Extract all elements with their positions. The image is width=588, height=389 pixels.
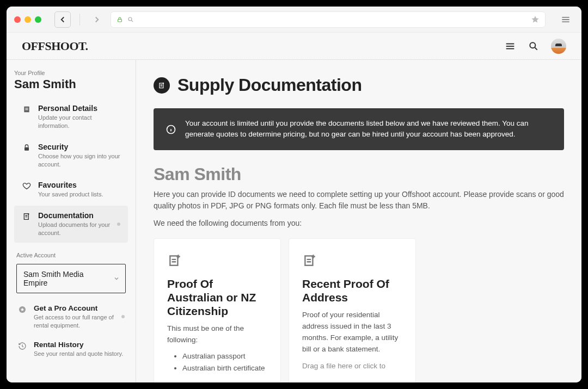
sidebar-item-sub: Update your contact information. [38, 114, 120, 130]
forward-button[interactable] [89, 11, 105, 28]
sidebar: Your Profile Sam Smith Personal Details … [7, 60, 136, 382]
sidebar-item-sub: See your rental and quote history. [34, 350, 125, 358]
document-add-icon [302, 253, 402, 267]
sidebar-item-favourites[interactable]: Favourites Your saved product lists. [14, 175, 128, 204]
menu-icon[interactable] [504, 40, 516, 52]
app-logo[interactable]: OFFSHOOT. [22, 39, 88, 53]
svg-rect-8 [160, 83, 163, 88]
alert-text: Your account is limited until you provid… [185, 118, 552, 140]
bookmark-star-icon[interactable] [531, 15, 540, 24]
sidebar-item-personal-details[interactable]: Personal Details Update your contact inf… [14, 98, 128, 135]
page-title-row: Supply Documentation [154, 75, 564, 95]
history-icon [17, 342, 27, 350]
sidebar-item-sub: Your saved product lists. [38, 190, 120, 199]
browser-chrome [7, 7, 581, 33]
svg-rect-3 [25, 108, 28, 108]
list-item: Australian birth certificate [182, 362, 267, 374]
back-button[interactable] [54, 11, 71, 28]
contact-card-icon [22, 105, 32, 114]
sidebar-item-sub: Choose how you sign into your account. [38, 152, 120, 169]
card-text: Proof of your residential address issued… [302, 310, 402, 355]
main-content: Supply Documentation Your account is lim… [136, 60, 581, 382]
browser-window: OFFSHOOT. Your Profile Sam Smith Persona… [7, 7, 581, 382]
active-account-label: Active Account [7, 244, 136, 262]
svg-rect-4 [25, 109, 28, 110]
card-title: Proof Of Australian or NZ Citizenship [167, 277, 267, 318]
svg-rect-0 [118, 19, 122, 22]
avatar[interactable] [551, 39, 566, 54]
document-add-icon [154, 77, 170, 94]
info-icon [166, 124, 176, 135]
account-select-value: Sam Smith Media Empire [23, 270, 83, 287]
card-citizenship: Proof Of Australian or NZ Citizenship Th… [154, 238, 281, 382]
lock-icon [22, 144, 32, 152]
sidebar-item-label: Security [38, 143, 120, 151]
chevron-down-icon [113, 275, 120, 282]
card-bullets: Australian passport Australian birth cer… [167, 350, 267, 374]
lock-icon [117, 16, 123, 23]
content-area: Your Profile Sam Smith Personal Details … [7, 60, 581, 382]
sidebar-item-label: Favourites [38, 181, 120, 189]
sidebar-item-security[interactable]: Security Choose how you sign into your a… [14, 137, 128, 174]
divider [79, 14, 80, 26]
intro-paragraph-1: Here you can provide ID documents we nee… [154, 189, 564, 212]
card-title: Recent Proof Of Address [302, 277, 402, 304]
maximize-window-button[interactable] [35, 16, 41, 23]
address-bar[interactable] [111, 11, 546, 28]
search-icon[interactable] [528, 41, 539, 52]
card-address: Recent Proof Of Address Proof of your re… [289, 238, 416, 382]
sidebar-item-documentation[interactable]: Documentation Upload documents for your … [14, 206, 128, 243]
info-alert: Your account is limited until you provid… [154, 108, 564, 150]
sidebar-item-label: Get a Pro Account [34, 304, 115, 312]
sidebar-item-sub: Upload documents for your account. [38, 221, 111, 237]
star-badge-icon [17, 305, 27, 314]
sidebar-item-label: Documentation [38, 211, 111, 220]
sidebar-item-label: Personal Details [38, 104, 120, 113]
sidebar-item-rental-history[interactable]: Rental History See your rental and quote… [7, 335, 136, 363]
sidebar-item-pro-account[interactable]: Get a Pro Account Get access to our full… [7, 299, 136, 335]
window-controls [14, 16, 41, 23]
app-header-actions [504, 39, 566, 54]
profile-label: Your Profile [7, 70, 136, 76]
close-window-button[interactable] [14, 16, 21, 23]
search-icon [127, 16, 134, 23]
document-add-icon [22, 212, 32, 221]
user-heading: Sam Smith [154, 164, 564, 184]
list-item: Australian passport [182, 350, 267, 362]
profile-name: Sam Smith [7, 76, 136, 97]
svg-rect-11 [305, 256, 313, 265]
document-add-icon [167, 253, 267, 267]
app-header: OFFSHOOT. [7, 33, 581, 60]
svg-rect-5 [24, 147, 29, 150]
browser-menu-button[interactable] [558, 11, 574, 28]
minimize-window-button[interactable] [24, 16, 31, 23]
card-text: This must be one of the following: [167, 323, 267, 346]
status-dot-icon [117, 223, 120, 226]
heart-icon [22, 182, 32, 190]
sidebar-item-label: Rental History [34, 341, 125, 349]
intro-paragraph-2: We need the following documents from you… [154, 218, 564, 230]
sidebar-item-sub: Get access to our full range of rental e… [34, 313, 115, 330]
page-title: Supply Documentation [177, 75, 362, 95]
upload-dropzone[interactable]: Drag a file here or click to [302, 362, 402, 370]
status-dot-icon [121, 315, 125, 318]
svg-rect-10 [170, 256, 177, 265]
account-select[interactable]: Sam Smith Media Empire [16, 264, 126, 293]
svg-point-1 [128, 17, 132, 21]
svg-point-2 [530, 42, 535, 48]
document-cards: Proof Of Australian or NZ Citizenship Th… [154, 238, 564, 382]
